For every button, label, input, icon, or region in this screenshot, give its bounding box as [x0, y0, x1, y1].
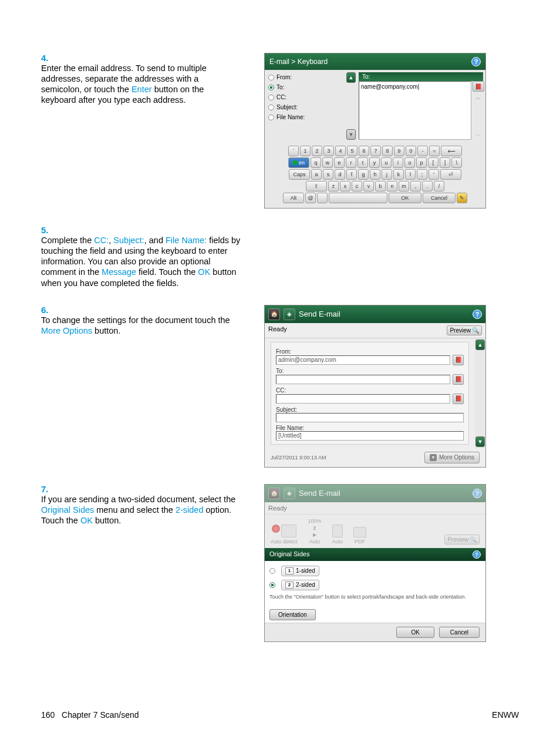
screen-header: 🏠 ◈ Send E-mail ? — [265, 305, 485, 323]
ok-button[interactable]: OK — [389, 193, 421, 203]
orientation-button[interactable]: Orientation — [269, 609, 316, 620]
step-number: 7. — [41, 484, 58, 494]
timestamp: Jul/27/2011 9:00:13 AM — [271, 455, 326, 461]
footer-left: 160 Chapter 7 Scan/send — [41, 710, 139, 720]
status-text: Ready — [268, 325, 287, 335]
start-icon[interactable]: ◈ — [284, 308, 295, 320]
from-label: From: — [276, 348, 464, 355]
option-1-sided[interactable]: 11-sided — [269, 566, 481, 576]
keyboard: `1234567890-=⟵ en qwertyuiop[]\ Caps asd… — [265, 142, 485, 208]
scroll-down-icon[interactable]: ▼ — [346, 129, 356, 140]
space-key[interactable] — [329, 193, 387, 203]
page-icon — [332, 525, 343, 537]
cc-input[interactable] — [276, 394, 450, 404]
radio-to[interactable] — [268, 85, 274, 90]
text-scroll-down[interactable]: ﹀ — [473, 132, 483, 140]
help-icon[interactable]: ? — [473, 310, 482, 319]
filename-input[interactable]: [Untitled] — [276, 431, 464, 441]
option-2-sided[interactable]: 22-sided — [269, 580, 481, 590]
scroll-up-icon[interactable]: ▲ — [475, 340, 485, 350]
field-selector: From: To: CC: Subject: File Name: — [267, 72, 343, 140]
home-icon: 🏠 — [268, 488, 280, 499]
address-book-icon[interactable]: 📕 — [453, 355, 464, 365]
preview-button[interactable]: Preview — [447, 325, 482, 335]
footer-right: ENWW — [492, 710, 519, 720]
caps-key[interactable]: Caps — [289, 169, 310, 180]
radio-1-sided[interactable] — [269, 568, 275, 574]
lang-key[interactable]: en — [288, 157, 309, 168]
key-row-2: en qwertyuiop[]\ — [267, 157, 483, 168]
subject-input[interactable] — [276, 413, 464, 422]
at-key[interactable]: @ — [305, 193, 316, 203]
step-number: 4. — [41, 53, 58, 63]
to-input[interactable] — [276, 375, 450, 384]
original-sides-screenshot: 🏠 ◈ Send E-mail ? Ready Auto detect 100% — [264, 484, 486, 642]
auto-item: Auto — [332, 525, 343, 545]
email-form-panel: From: admin@company.com📕 To: 📕 CC: 📕 Sub… — [271, 342, 469, 445]
ok-button[interactable]: OK — [396, 627, 434, 638]
step-6-row: 6. To change the settings for the docume… — [41, 305, 519, 468]
cc-label: CC: — [276, 387, 464, 394]
settings-toolbar: Auto detect 100% 2 ▶ Auto Auto PDF — [265, 515, 485, 548]
to-header: To: — [359, 72, 483, 81]
dialog-footer: OK Cancel — [265, 623, 485, 641]
radio-filename[interactable] — [268, 115, 274, 120]
start-icon: ◈ — [284, 488, 295, 499]
help-icon: ? — [473, 489, 482, 498]
help-icon[interactable]: ? — [471, 57, 481, 66]
text-scroll-up[interactable]: ︿ — [473, 94, 483, 102]
send-email-screenshot: 🏠 ◈ Send E-mail ? Ready Preview From: ad… — [264, 305, 486, 468]
screen-title: Send E-mail — [299, 489, 340, 498]
shift-key[interactable]: ⇧ — [306, 181, 327, 191]
keyboard-screenshot: E-mail > Keyboard ? From: To: CC: Subjec… — [264, 53, 486, 209]
screen-header: E-mail > Keyboard ? — [265, 53, 485, 70]
subject-label: Subject: — [276, 406, 464, 413]
page-footer: 160 Chapter 7 Scan/send ENWW — [41, 710, 519, 720]
cancel-button[interactable]: Cancel — [439, 627, 480, 638]
zoom-item: 100% 2 ▶ Auto — [308, 518, 322, 545]
enter-link: Enter — [131, 85, 152, 94]
home-icon[interactable]: 🏠 — [268, 308, 280, 320]
step-5-row: 5. Complete the CC:, Subject:, and File … — [41, 225, 519, 288]
enter-key[interactable]: ⏎ — [440, 169, 461, 180]
document-page: 4. Enter the email address. To send to m… — [0, 0, 560, 682]
cancel-button[interactable]: Cancel — [423, 193, 456, 203]
screen-title: Send E-mail — [299, 310, 340, 318]
page-icon — [281, 525, 296, 537]
original-sides-header: Original Sides ? — [265, 548, 485, 561]
key-row-3: Caps asdfghjkl;' ⏎ — [267, 169, 483, 180]
autodetect-item: Auto detect — [271, 525, 298, 545]
filename-label: File Name: — [276, 425, 464, 431]
radio-2-sided[interactable] — [269, 582, 275, 588]
magnifier-icon — [470, 536, 477, 543]
key[interactable]: ` — [288, 146, 299, 156]
pencil-icon[interactable]: ✎ — [457, 193, 467, 203]
preview-item: Preview — [444, 535, 480, 545]
step-4-row: 4. Enter the email address. To send to m… — [41, 53, 519, 209]
pdf-item: PDF — [353, 527, 366, 545]
step-number: 5. — [41, 225, 58, 235]
from-input[interactable]: admin@company.com — [276, 355, 450, 365]
step-text: If you are sending a two-sided document,… — [41, 494, 241, 526]
breadcrumb: E-mail > Keyboard — [269, 58, 328, 66]
orientation-hint: Touch the "Orientation" button to select… — [269, 594, 481, 600]
address-book-icon[interactable]: 📕 — [453, 394, 464, 404]
help-icon[interactable]: ? — [473, 550, 481, 559]
address-book-icon[interactable]: 📕 — [453, 374, 464, 385]
address-book-icon[interactable]: 📕 — [473, 81, 484, 92]
key-row-4: ⇧ zxcvbnm,./ — [267, 181, 483, 191]
more-options-button[interactable]: ▾More Options — [424, 452, 480, 463]
alt-key[interactable]: Alt — [283, 193, 304, 203]
status-text: Ready — [268, 505, 287, 512]
screen-header: 🏠 ◈ Send E-mail ? — [265, 485, 485, 502]
color-icon — [272, 525, 280, 533]
radio-from[interactable] — [268, 75, 274, 80]
scroll-up-icon[interactable]: ▲ — [346, 72, 356, 83]
to-label: To: — [276, 368, 464, 374]
backspace-key[interactable]: ⟵ — [441, 146, 462, 156]
magnifier-icon — [472, 327, 479, 334]
to-textarea[interactable]: name@company.com| — [359, 81, 471, 140]
scroll-down-icon[interactable]: ▼ — [475, 436, 485, 447]
radio-subject[interactable] — [268, 105, 274, 110]
radio-cc[interactable] — [268, 95, 274, 100]
